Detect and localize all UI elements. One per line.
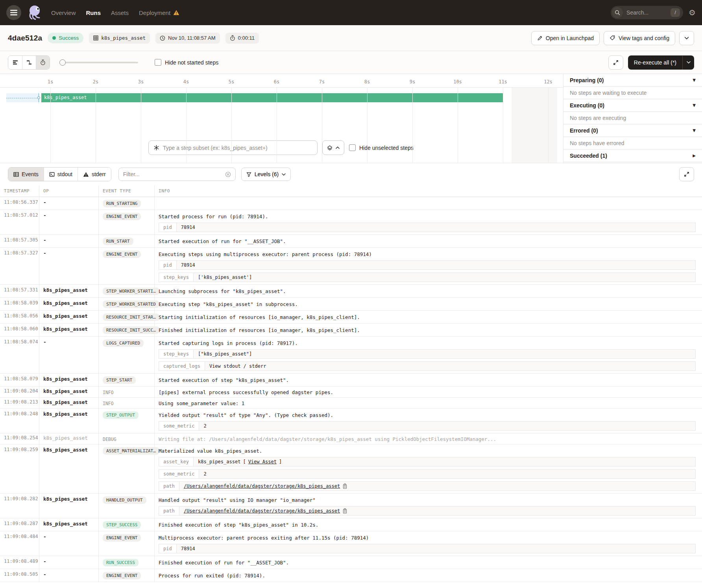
metadata-value: 78914 [177, 223, 695, 232]
nav-right: Search... / ⚙ [611, 6, 696, 19]
view-mode-timed-button[interactable] [36, 56, 50, 69]
log-table-row[interactable]: 11:09:08.204k8s_pipes_assetINFO[pipes] e… [0, 387, 702, 398]
log-table-body: 11:08:56.337-RUN_STARTING11:08:57.012-EN… [0, 197, 702, 582]
run-actions-dropdown-button[interactable] [679, 31, 694, 45]
step-subset-input[interactable]: Type a step subset (ex: k8s_pipes_asset+… [148, 140, 318, 155]
log-table-row[interactable]: 11:09:08.287k8s_pipes_assetSTEP_SUCCESSF… [0, 518, 702, 531]
log-table-row[interactable]: 11:08:57.331k8s_pipes_assetSTEP_WORKER_S… [0, 285, 702, 298]
log-tab-stderr[interactable]: stderr [78, 168, 111, 181]
gantt-step-bar[interactable]: k8s_pipes_asset [41, 93, 503, 102]
view-mode-flat-button[interactable] [8, 56, 22, 69]
reexecute-all-button[interactable]: Re-execute all (*) [628, 55, 682, 70]
metadata-value: 2 [199, 422, 695, 430]
gantt-fullscreen-button[interactable] [608, 55, 623, 70]
event-metadata-entry: step_keys["k8s_pipes_asset"] [159, 349, 696, 359]
timer-icon [230, 35, 235, 41]
view-mode-waterfall-button[interactable] [22, 56, 36, 69]
log-fullscreen-button[interactable] [679, 167, 694, 181]
event-type-badge: ENGINE_EVENT [103, 534, 141, 542]
event-metadata-entry: asset_keyk8s_pipes_asset[View Asset] [159, 457, 696, 466]
copy-icon[interactable] [342, 483, 347, 489]
nav-item-overview[interactable]: Overview [51, 9, 76, 16]
hide-unselected-checkbox[interactable]: Hide unselected steps [349, 144, 414, 151]
axis-gridline [458, 88, 458, 163]
status-section-header[interactable]: Errored (0)▼ [563, 124, 702, 137]
gantt-zoom-slider[interactable] [59, 59, 138, 66]
metadata-key: pid [159, 261, 177, 269]
log-table-row[interactable]: 11:08:58.079k8s_pipes_assetSTEP_STARTSta… [0, 374, 702, 387]
event-timestamp: 11:08:57.305 [0, 235, 39, 247]
view-tags-config-button[interactable]: View tags and config [604, 31, 675, 45]
event-type-badge: RUN_SUCCESS [103, 559, 139, 566]
event-info: Finished execution of step "k8s_pipes_as… [155, 518, 702, 531]
log-tab-stdout[interactable]: stdout [44, 168, 78, 181]
nav-item-deployment[interactable]: Deployment [139, 9, 179, 16]
event-timestamp: 11:09:08.484 [0, 531, 39, 556]
log-table-row[interactable]: 11:08:58.039k8s_pipes_assetSTEP_WORKER_S… [0, 298, 702, 311]
op-selector-icon [153, 145, 159, 151]
path-link[interactable]: /Users/alangenfeld/data/dagster/storage/… [184, 508, 340, 514]
log-filter-input[interactable]: Filter... [118, 168, 236, 181]
view-asset-link[interactable]: View Asset [248, 459, 277, 465]
metadata-key: some_metric [159, 470, 199, 478]
log-table-row[interactable]: 11:09:08.484-ENGINE_EVENTMultiprocess ex… [0, 531, 702, 556]
reexecute-dropdown-button[interactable] [682, 55, 694, 70]
settings-gear-button[interactable]: ⚙ [689, 9, 696, 17]
path-link[interactable]: /Users/alangenfeld/data/dagster/storage/… [184, 483, 340, 489]
event-timestamp: 11:09:08.282 [0, 494, 39, 518]
asset-tag[interactable]: k8s_pipes_asset [89, 33, 150, 44]
checkbox-box[interactable] [155, 59, 161, 66]
log-table-row[interactable]: 11:08:58.056k8s_pipes_assetRESOURCE_INIT… [0, 311, 702, 324]
log-table-row[interactable]: 11:09:08.213k8s_pipes_assetINFOUsing som… [0, 398, 702, 409]
levels-filter-button[interactable]: Levels (6) [241, 168, 291, 181]
metadata-key: asset_key [159, 457, 194, 466]
axis-tick-label: 1s [48, 79, 53, 85]
log-table-row[interactable]: 11:09:08.489-RUN_SUCCESSFinished executi… [0, 556, 702, 569]
log-table-row[interactable]: 11:09:08.259k8s_pipes_assetASSET_MATERIA… [0, 444, 702, 494]
event-type-cell: INFO [99, 398, 155, 408]
metadata-value: /Users/alangenfeld/data/dagster/storage/… [179, 507, 695, 515]
log-table-row[interactable]: 11:08:57.305-RUN_STARTStarted execution … [0, 235, 702, 248]
event-timestamp: 11:09:08.259 [0, 444, 39, 493]
copy-icon[interactable] [342, 508, 347, 514]
gantt-toolbar-right: Re-execute all (*) [608, 55, 694, 70]
open-in-launchpad-button[interactable]: Open in Launchpad [531, 31, 600, 45]
log-table-row[interactable]: 11:08:58.060k8s_pipes_assetRESOURCE_INIT… [0, 324, 702, 337]
event-op: - [39, 556, 99, 569]
metadata-key: step_keys [159, 350, 194, 358]
nav-item-assets[interactable]: Assets [111, 9, 129, 16]
expand-icon [684, 171, 690, 177]
clear-filter-icon[interactable] [225, 171, 231, 177]
event-info [155, 197, 702, 210]
log-toolbar: Eventsstdoutstderr Filter... Levels (6) [0, 163, 702, 185]
event-level-label: INFO [103, 389, 114, 395]
event-timestamp: 11:08:56.337 [0, 197, 39, 210]
log-table-row[interactable]: 11:09:08.282k8s_pipes_assetHANDLED_OUTPU… [0, 494, 702, 518]
hide-not-started-checkbox[interactable]: Hide not started steps [155, 59, 218, 66]
search-input[interactable]: Search... / [611, 6, 683, 19]
nav-item-label: Overview [51, 9, 76, 16]
status-section-header[interactable]: Succeeded (1)▶ [563, 149, 702, 162]
log-table-row[interactable]: 11:08:56.337-RUN_STARTING [0, 197, 702, 210]
log-table-row[interactable]: 11:09:08.254k8s_pipes_assetDEBUGWriting … [0, 433, 702, 444]
axis-gridline [412, 88, 413, 163]
log-table-row[interactable]: 11:09:08.505-ENGINE_EVENTProcess for run… [0, 569, 702, 582]
nav-item-runs[interactable]: Runs [86, 9, 101, 16]
status-section-header[interactable]: Executing (0)▼ [563, 99, 702, 112]
log-table-row[interactable]: 11:08:58.074-LOGS_CAPTUREDStarted captur… [0, 337, 702, 374]
levels-filter-label: Levels (6) [255, 171, 279, 177]
event-metadata-entry: pid78914 [159, 223, 696, 232]
dagster-logo[interactable] [27, 4, 43, 21]
hamburger-menu-button[interactable] [6, 5, 21, 20]
log-tab-events[interactable]: Events [8, 168, 44, 181]
slider-thumb[interactable] [59, 59, 66, 66]
log-table-row[interactable]: 11:08:57.012-ENGINE_EVENTStarted process… [0, 210, 702, 235]
chevron-down-icon [282, 173, 286, 176]
graph-query-toggle-button[interactable] [322, 140, 344, 155]
event-info: Executing step "k8s_pipes_asset" in subp… [155, 298, 702, 310]
checkbox-box[interactable] [349, 144, 356, 151]
log-table-row[interactable]: 11:08:57.327-ENGINE_EVENTExecuting steps… [0, 248, 702, 285]
status-section-header[interactable]: Preparing (0)▼ [563, 74, 702, 87]
log-table-row[interactable]: 11:09:08.248k8s_pipes_assetSTEP_OUTPUTYi… [0, 409, 702, 433]
axis-gridline [141, 88, 141, 163]
